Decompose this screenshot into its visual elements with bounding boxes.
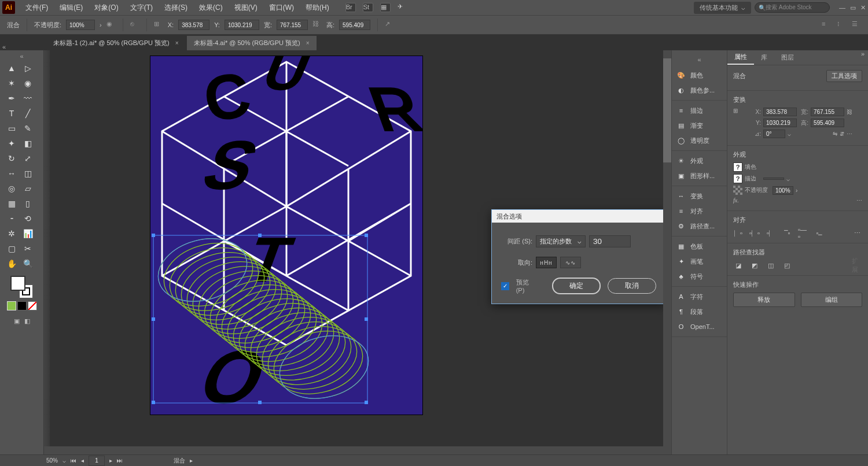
panel-pathfinder[interactable]: ⚙路径查... [676, 219, 722, 234]
intersect-icon[interactable]: ◫ [766, 260, 776, 271]
reference-point-icon[interactable]: ⊞ [733, 108, 742, 114]
close-tab-icon[interactable]: × [306, 40, 310, 46]
free-transform-tool[interactable]: ◫ [21, 167, 35, 180]
menu-window[interactable]: 窗口(W) [263, 0, 300, 15]
align-vcenter-icon[interactable]: ▫—▫ [798, 228, 808, 238]
chevron-down-icon[interactable]: ⌵ [62, 457, 66, 464]
pen-tool[interactable]: ✒ [5, 92, 19, 105]
document-tab[interactable]: 未标题-1 (2).ai* @ 50% (RGB/GPU 预览) × [46, 36, 186, 50]
workspace-switcher[interactable]: 传统基本功能 ⌵ [694, 2, 751, 14]
gradient-tool[interactable]: ▯ [21, 197, 35, 210]
chevron-down-icon[interactable]: ⌵ [788, 131, 791, 137]
transform-y[interactable]: 1030.219 [763, 119, 797, 127]
selection-tool[interactable]: ▲ [5, 62, 19, 75]
blend-tool[interactable]: ⟲ [21, 212, 35, 225]
more-options-icon[interactable]: ⋯ [847, 131, 852, 137]
panel-swatches[interactable]: ▦色板 [676, 239, 722, 254]
panel-graphic-styles[interactable]: ▣图形样... [676, 168, 722, 183]
scrollbar-vertical[interactable] [663, 50, 671, 446]
orientation-path-button[interactable]: ∿∿ [560, 257, 581, 268]
panel-transparency[interactable]: ◯透明度 [676, 133, 722, 148]
align-left-icon[interactable]: ⎸▫ [733, 228, 744, 238]
link-wh-icon[interactable]: ⛓ [312, 20, 322, 29]
panel-gradient[interactable]: ▤渐变 [676, 118, 722, 133]
minus-front-icon[interactable]: ◩ [749, 260, 760, 271]
fill-swatch[interactable]: ? [733, 162, 742, 172]
align-right-icon[interactable]: ▫⎸ [766, 228, 776, 238]
panel-menu-icon[interactable]: » [861, 50, 868, 65]
panel-brushes[interactable]: ✦画笔 [676, 254, 722, 269]
screen-mode-icon[interactable]: ▣ [14, 317, 20, 325]
style-icon[interactable]: ◉ [106, 20, 116, 29]
align-top-icon[interactable]: ⎺▫ [782, 228, 792, 238]
nav-prev-icon[interactable]: ◂ [81, 457, 84, 464]
scrollbar-thumb[interactable] [663, 58, 671, 162]
menu-object[interactable]: 对象(O) [89, 0, 124, 15]
panel-align[interactable]: ≡对齐 [676, 204, 722, 219]
panel-opentype[interactable]: OOpenT... [676, 319, 722, 334]
fx-icon[interactable]: fx. [733, 197, 739, 204]
slice-tool[interactable]: ✂ [21, 242, 35, 255]
panel-toggle-icon-2[interactable]: ⫶ [837, 20, 846, 29]
orientation-page-button[interactable]: нHн [536, 257, 557, 268]
stroke-swatch[interactable]: ? [733, 174, 742, 183]
shaper-tool[interactable]: ✦ [5, 137, 19, 150]
nav-last-icon[interactable]: ⏭ [117, 457, 123, 464]
page-input[interactable]: 1 [89, 456, 105, 466]
search-stock-field[interactable]: 🔍 搜索 Adobe Stock [755, 2, 830, 13]
document-tab[interactable]: 未标题-4.ai* @ 50% (RGB/GPU 预览) × [187, 36, 317, 50]
exclude-icon[interactable]: ◰ [782, 260, 792, 271]
transform-h[interactable]: 595.409 [811, 119, 844, 127]
transform-w[interactable]: 767.155 [811, 108, 844, 116]
more-options-icon[interactable]: ⋯ [856, 197, 862, 204]
transform-icon[interactable]: ↗ [385, 20, 394, 29]
color-mode-swatches[interactable] [7, 301, 37, 310]
artboard[interactable]: C U R S T Y II O [150, 56, 422, 415]
mesh-tool[interactable]: ▦ [5, 197, 19, 210]
lasso-tool[interactable]: ◉ [21, 77, 35, 90]
type-tool[interactable]: T [5, 107, 19, 120]
menu-effect[interactable]: 效果(C) [193, 0, 229, 15]
x-input[interactable]: 383.578 [178, 20, 209, 30]
w-input[interactable]: 767.155 [277, 20, 308, 30]
chevron-right-icon[interactable]: › [100, 21, 102, 28]
panel-stroke[interactable]: ≡描边 [676, 103, 722, 118]
panel-symbols[interactable]: ♣符号 [676, 269, 722, 284]
panel-character[interactable]: A字符 [676, 289, 722, 304]
paintbrush-tool[interactable]: ✎ [21, 122, 35, 135]
menu-type[interactable]: 文字(T) [124, 0, 159, 15]
spacing-mode-select[interactable]: 指定的步数 ⌵ [536, 235, 586, 247]
transform-x[interactable]: 383.578 [763, 108, 797, 116]
panel-color-guide[interactable]: ◐颜色参... [676, 83, 722, 98]
scrollbar-horizontal[interactable] [44, 446, 663, 454]
h-input[interactable]: 595.409 [339, 20, 370, 30]
curvature-tool[interactable]: 〰 [21, 92, 35, 105]
tool-options-button[interactable]: 工具选项 [826, 70, 862, 82]
nav-first-icon[interactable]: ⏮ [71, 457, 76, 464]
align-hcenter-icon[interactable]: ▫⎸▫ [749, 228, 760, 238]
maximize-button[interactable]: ▭ [850, 4, 856, 12]
ok-button[interactable]: 确定 [552, 278, 601, 294]
zoom-level[interactable]: 50% [46, 457, 58, 464]
arrange-icon[interactable]: ▦ [380, 3, 391, 12]
panel-menu-icon[interactable]: ☰ [852, 20, 861, 29]
menu-help[interactable]: 帮助(H) [300, 0, 335, 15]
more-options-icon[interactable]: ⋯ [852, 228, 862, 238]
shape-builder-tool[interactable]: ◎ [5, 182, 19, 195]
rectangle-tool[interactable]: ▭ [5, 122, 19, 135]
scale-tool[interactable]: ⤢ [21, 152, 35, 165]
panel-color[interactable]: 🎨颜色 [676, 68, 722, 83]
chevron-right-icon[interactable]: › [796, 187, 797, 194]
align-bottom-icon[interactable]: ▫⎽ [814, 228, 825, 238]
opacity-input[interactable]: 100% [66, 20, 95, 30]
graph-tool[interactable]: 📊 [21, 227, 35, 240]
reference-point-icon[interactable]: ⊞ [154, 20, 163, 29]
direct-selection-tool[interactable]: ▷ [21, 62, 35, 75]
dialog-titlebar[interactable]: 混合选项 [492, 210, 665, 223]
line-tool[interactable]: ╱ [21, 107, 35, 120]
flip-v-icon[interactable]: ⇵ [840, 131, 844, 137]
opacity-value[interactable]: 100% [773, 186, 793, 195]
panel-transform[interactable]: ↔变换 [676, 188, 722, 204]
release-button[interactable]: 释放 [733, 293, 795, 307]
flip-h-icon[interactable]: ⇋ [833, 131, 837, 137]
